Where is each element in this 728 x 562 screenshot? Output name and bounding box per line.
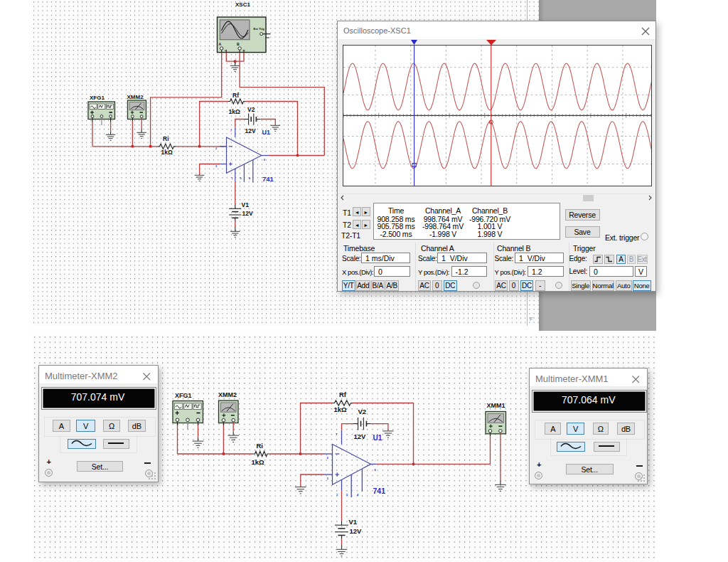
svg-text:7: 7: [230, 129, 232, 132]
svg-text:2: 2: [215, 147, 217, 150]
svg-text:XFG1: XFG1: [90, 95, 105, 101]
svg-text:U1: U1: [373, 434, 382, 442]
svg-text:Rf: Rf: [232, 92, 239, 99]
svg-text:12V: 12V: [350, 527, 363, 535]
svg-text:6: 6: [264, 159, 265, 161]
svg-text:U1: U1: [262, 129, 271, 136]
svg-text:1kΩ: 1kΩ: [252, 458, 265, 466]
svg-text:Ext Trig: Ext Trig: [254, 27, 265, 31]
svg-text:1kΩ: 1kΩ: [161, 149, 173, 156]
svg-text:XFG1: XFG1: [175, 392, 192, 399]
svg-text:V1: V1: [242, 201, 250, 208]
svg-text:1kΩ: 1kΩ: [229, 108, 240, 115]
svg-text:Ri: Ri: [163, 135, 169, 142]
svg-text:12V: 12V: [242, 210, 253, 217]
svg-text:5: 5: [240, 177, 242, 180]
svg-text:1kΩ: 1kΩ: [334, 405, 348, 413]
svg-text:12V: 12V: [245, 127, 256, 134]
svg-text:V1: V1: [349, 518, 358, 526]
svg-text:A: A: [219, 42, 222, 46]
svg-text:4: 4: [249, 177, 250, 180]
svg-text:XSC1: XSC1: [235, 1, 250, 8]
svg-text:Ri: Ri: [257, 442, 264, 450]
svg-text:3: 3: [215, 165, 217, 168]
svg-text:741: 741: [262, 175, 274, 183]
svg-text:1: 1: [232, 177, 233, 180]
svg-text:XMM2: XMM2: [218, 391, 237, 398]
svg-text:V2: V2: [247, 106, 255, 113]
svg-text:12V: 12V: [354, 433, 367, 440]
svg-text:V2: V2: [358, 408, 367, 415]
svg-text:XMM2: XMM2: [127, 94, 144, 100]
svg-text:Rf: Rf: [339, 391, 347, 398]
svg-text:XMM1: XMM1: [487, 402, 505, 409]
svg-text:B: B: [237, 42, 240, 46]
svg-text:741: 741: [373, 487, 386, 495]
